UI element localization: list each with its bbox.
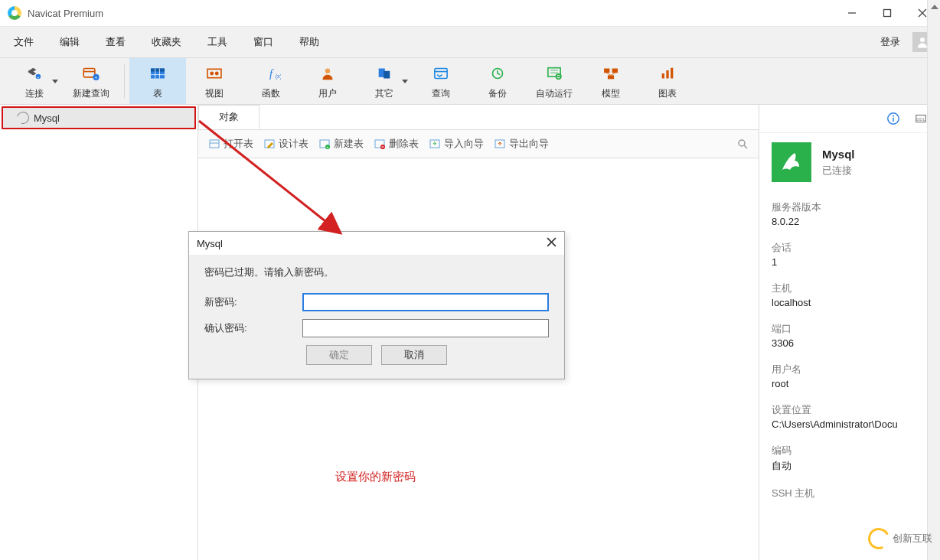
confirm-password-label: 确认密码: bbox=[204, 321, 302, 335]
tool-label: 函数 bbox=[262, 87, 280, 100]
main-toolbar: + 连接 + 新建查询 表 视图 f(x) 函数 用户 其它 查询 备份 bbox=[0, 58, 940, 105]
new-password-input[interactable] bbox=[302, 293, 549, 311]
server-logo-icon bbox=[772, 142, 811, 182]
menu-bar: 文件 编辑 查看 收藏夹 工具 窗口 帮助 登录 bbox=[0, 27, 940, 58]
svg-rect-23 bbox=[384, 70, 390, 78]
svg-rect-31 bbox=[604, 68, 609, 73]
btn-export-wizard[interactable]: 导出向导 bbox=[494, 137, 549, 151]
prop-ssh-host: SSH 主机 bbox=[759, 474, 940, 503]
svg-line-51 bbox=[744, 145, 747, 148]
confirm-password-input[interactable] bbox=[302, 319, 549, 337]
tab-objects[interactable]: 对象 bbox=[198, 105, 259, 129]
tool-automation[interactable]: 自动运行 bbox=[526, 58, 583, 104]
svg-point-18 bbox=[215, 71, 219, 75]
caret-down-icon bbox=[52, 80, 58, 83]
svg-rect-16 bbox=[207, 69, 221, 77]
window-buttons bbox=[834, 0, 940, 26]
svg-text:DDL: DDL bbox=[916, 117, 925, 122]
svg-rect-33 bbox=[608, 75, 614, 79]
tool-table[interactable]: 表 bbox=[129, 58, 186, 104]
svg-rect-37 bbox=[666, 70, 668, 78]
svg-text:+: + bbox=[37, 75, 39, 79]
prop-encoding: 编码自动 bbox=[759, 431, 940, 474]
prop-session: 会话1 bbox=[759, 229, 940, 269]
object-tabs: 对象 bbox=[198, 105, 759, 130]
tool-chart[interactable]: 图表 bbox=[639, 58, 696, 104]
svg-rect-24 bbox=[435, 68, 447, 78]
svg-text:+: + bbox=[327, 145, 329, 149]
menu-fav[interactable]: 收藏夹 bbox=[142, 31, 191, 54]
svg-rect-32 bbox=[612, 68, 618, 73]
password-dialog: Mysql 密码已过期。请输入新密码。 新密码: 确认密码: 确定 取消 bbox=[188, 231, 565, 379]
tool-other[interactable]: 其它 bbox=[356, 58, 413, 104]
menu-file[interactable]: 文件 bbox=[5, 31, 43, 54]
tool-query[interactable]: 查询 bbox=[413, 58, 469, 104]
prop-host: 主机localhost bbox=[759, 269, 940, 310]
tool-label: 用户 bbox=[318, 87, 337, 100]
brand-watermark: 创新互联 bbox=[868, 528, 932, 549]
ddl-icon[interactable]: DDL bbox=[914, 112, 928, 125]
svg-point-53 bbox=[893, 115, 894, 116]
dialog-close-button[interactable] bbox=[547, 237, 556, 249]
prop-settings-loc: 设置位置C:\Users\Administrator\Docu bbox=[759, 391, 940, 431]
btn-import-wizard[interactable]: 导入向导 bbox=[429, 137, 484, 151]
tool-user[interactable]: 用户 bbox=[299, 58, 356, 104]
connection-item-mysql[interactable]: Mysql bbox=[2, 106, 196, 129]
menu-tools[interactable]: 工具 bbox=[198, 31, 237, 54]
svg-text:f: f bbox=[269, 67, 274, 79]
svg-line-35 bbox=[611, 73, 615, 75]
object-toolbar: 打开表 设计表 +新建表 删除表 导入向导 导出向导 bbox=[198, 130, 759, 158]
tool-backup[interactable]: 备份 bbox=[469, 58, 526, 104]
tool-model[interactable]: 模型 bbox=[583, 58, 639, 104]
vertical-scrollbar[interactable] bbox=[927, 0, 940, 560]
btn-new-table[interactable]: +新建表 bbox=[319, 137, 364, 151]
svg-point-21 bbox=[325, 68, 331, 73]
search-icon[interactable] bbox=[737, 138, 748, 149]
connection-tree: Mysql bbox=[0, 105, 198, 560]
menu-help[interactable]: 帮助 bbox=[290, 31, 328, 54]
tool-new-query[interactable]: + 新建查询 bbox=[63, 58, 119, 104]
new-password-label: 新密码: bbox=[204, 295, 302, 309]
info-icon[interactable] bbox=[886, 112, 900, 125]
tool-label: 连接 bbox=[25, 87, 44, 100]
info-panel: DDL Mysql 已连接 服务器版本8.0.22 会话1 主机localhos… bbox=[759, 105, 940, 560]
tool-label: 其它 bbox=[375, 87, 393, 100]
tool-label: 新建查询 bbox=[73, 87, 109, 100]
tool-label: 自动运行 bbox=[536, 87, 573, 100]
tool-label: 模型 bbox=[602, 87, 620, 100]
menu-edit[interactable]: 编辑 bbox=[51, 31, 89, 54]
connection-icon bbox=[15, 109, 31, 126]
minimize-button[interactable] bbox=[834, 0, 870, 26]
dialog-title: Mysql bbox=[197, 238, 223, 249]
svg-point-4 bbox=[920, 37, 925, 42]
app-logo-icon bbox=[8, 6, 21, 20]
btn-delete-table[interactable]: 删除表 bbox=[374, 137, 419, 151]
menu-view[interactable]: 查看 bbox=[96, 31, 135, 54]
title-bar: Navicat Premium bbox=[0, 0, 940, 27]
svg-line-34 bbox=[606, 73, 611, 75]
connection-label: Mysql bbox=[34, 112, 60, 124]
tool-function[interactable]: f(x) 函数 bbox=[243, 58, 299, 104]
btn-design-table[interactable]: 设计表 bbox=[264, 137, 308, 151]
tool-label: 备份 bbox=[488, 87, 507, 100]
cancel-button[interactable]: 取消 bbox=[381, 345, 447, 365]
caret-down-icon bbox=[402, 80, 408, 83]
svg-rect-1 bbox=[884, 10, 891, 17]
tool-connection[interactable]: + 连接 bbox=[6, 58, 63, 104]
conn-status: 已连接 bbox=[822, 164, 855, 177]
btn-open-table[interactable]: 打开表 bbox=[209, 137, 253, 151]
svg-rect-27 bbox=[548, 67, 560, 76]
tool-label: 图表 bbox=[658, 87, 677, 100]
prop-port: 端口3306 bbox=[759, 310, 940, 350]
login-link[interactable]: 登录 bbox=[873, 31, 908, 54]
tool-label: 表 bbox=[153, 87, 162, 100]
prop-username: 用户名root bbox=[759, 350, 940, 391]
svg-point-17 bbox=[210, 71, 214, 75]
prop-server-version: 服务器版本8.0.22 bbox=[759, 188, 940, 229]
window-title: Navicat Premium bbox=[28, 8, 103, 19]
tool-view[interactable]: 视图 bbox=[186, 58, 243, 104]
menu-window[interactable]: 窗口 bbox=[244, 31, 282, 54]
ok-button[interactable]: 确定 bbox=[306, 345, 372, 365]
brand-text: 创新互联 bbox=[893, 532, 932, 545]
maximize-button[interactable] bbox=[870, 0, 905, 26]
